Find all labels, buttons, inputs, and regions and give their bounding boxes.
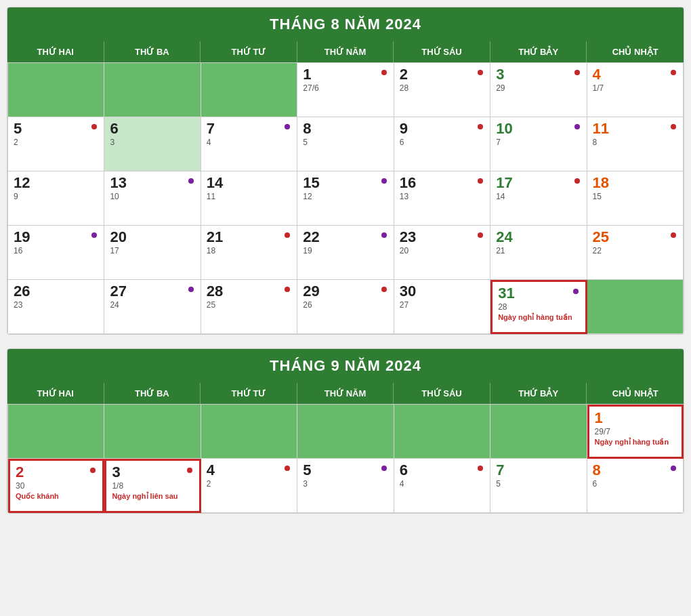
calendar-container: THÁNG 8 NĂM 2024 THỨ HAITHỨ BATHỨ TƯTHỨ … <box>7 7 684 514</box>
lunar-date: 21 <box>496 246 581 255</box>
dot-indicator <box>671 70 676 75</box>
day-cell: 230Quốc khánh <box>8 459 104 513</box>
day-cell: 228 <box>394 63 490 117</box>
lunar-date: 26 <box>303 300 388 310</box>
weekday-label: THỨ NĂM <box>297 383 394 404</box>
day-number: 8 <box>593 463 677 478</box>
lunar-date: 2 <box>207 479 291 489</box>
day-cell: 2926 <box>297 280 394 334</box>
day-number: 25 <box>593 230 677 245</box>
day-number: 24 <box>496 230 581 245</box>
month-september-title: THÁNG 9 NĂM 2024 <box>7 349 684 383</box>
day-cell: 74 <box>201 117 297 171</box>
august-weekdays-header: THỨ HAITHỨ BATHỨ TƯTHỨ NĂMTHỨ SÁUTHỨ BẢY… <box>7 41 684 62</box>
day-cell: 1310 <box>104 171 201 226</box>
day-number: 8 <box>303 121 388 136</box>
day-cell: 2825 <box>201 280 297 334</box>
lunar-date: 28 <box>498 302 579 312</box>
weekday-label: THỨ BA <box>104 383 201 404</box>
lunar-date: 12 <box>303 192 388 201</box>
lunar-date: 3 <box>303 479 388 489</box>
day-cell: 329 <box>490 63 587 117</box>
day-cell: 96 <box>394 117 490 171</box>
day-number: 19 <box>14 230 98 245</box>
day-number: 15 <box>303 176 388 190</box>
lunar-date: 2 <box>14 138 98 147</box>
day-number: 14 <box>207 176 291 190</box>
dot-indicator <box>574 124 580 129</box>
lunar-date: 24 <box>110 300 194 310</box>
day-cell: 2623 <box>8 280 104 334</box>
lunar-date: 17 <box>110 246 194 255</box>
day-number: 13 <box>110 176 194 190</box>
dot-indicator <box>574 178 580 184</box>
lunar-date: 4 <box>207 138 291 147</box>
lunar-date: 10 <box>110 192 194 201</box>
day-cell: 2522 <box>587 226 684 280</box>
month-september-block: THÁNG 9 NĂM 2024 THỨ HAITHỨ BATHỨ TƯTHỨ … <box>7 348 684 514</box>
day-cell: 2118 <box>201 226 297 280</box>
weekday-label: THỨ SÁU <box>394 383 490 404</box>
dot-indicator <box>187 468 192 473</box>
day-number: 6 <box>400 463 484 478</box>
lunar-date: 1/7 <box>593 83 677 93</box>
day-number: 7 <box>207 121 291 136</box>
day-cell: 3027 <box>394 280 490 334</box>
day-number: 23 <box>400 230 484 245</box>
day-number: 5 <box>303 463 388 478</box>
day-cell: 107 <box>490 117 587 171</box>
september-calendar-grid: 129/7Ngày nghỉ hàng tuần230Quốc khánh31/… <box>7 404 684 513</box>
empty-day-cell <box>104 63 201 117</box>
empty-day-cell <box>8 405 104 459</box>
day-cell: 75 <box>490 459 587 513</box>
day-cell: 1411 <box>201 171 297 226</box>
special-label: Ngày nghỉ hàng tuần <box>498 313 579 322</box>
lunar-date: 5 <box>303 138 388 147</box>
day-number: 18 <box>593 176 677 190</box>
dot-indicator <box>573 289 579 294</box>
day-cell: 2421 <box>490 226 587 280</box>
day-cell: 118 <box>587 117 684 171</box>
day-number: 12 <box>14 176 98 190</box>
day-cell: 2320 <box>394 226 490 280</box>
lunar-date: 16 <box>14 246 98 255</box>
special-label: Ngày nghỉ liên sau <box>112 492 193 501</box>
day-cell: 1613 <box>394 171 490 226</box>
day-number: 28 <box>207 284 291 299</box>
day-cell: 31/8Ngày nghỉ liên sau <box>104 459 201 513</box>
lunar-date: 13 <box>400 192 484 201</box>
dot-indicator <box>381 287 387 292</box>
day-number: 7 <box>496 463 581 478</box>
month-august-title: THÁNG 8 NĂM 2024 <box>7 7 684 41</box>
dot-indicator <box>381 466 387 471</box>
weekday-label: THỨ SÁU <box>394 41 490 62</box>
lunar-date: 27 <box>400 300 484 310</box>
day-cell: 129 <box>8 171 104 226</box>
dot-indicator <box>381 178 387 184</box>
day-number: 20 <box>110 230 194 245</box>
august-calendar-grid: 127/622832941/75263748596107118129131014… <box>7 62 684 334</box>
day-cell: 1714 <box>490 171 587 226</box>
day-cell: 2724 <box>104 280 201 334</box>
lunar-date: 23 <box>14 300 98 310</box>
lunar-date: 6 <box>400 138 484 147</box>
dot-indicator <box>381 70 387 75</box>
day-number: 29 <box>303 284 388 299</box>
day-cell: 2017 <box>104 226 201 280</box>
day-cell: 64 <box>394 459 490 513</box>
lunar-date: 7 <box>496 138 581 147</box>
day-number: 2 <box>16 465 97 480</box>
lunar-date: 11 <box>207 192 291 201</box>
lunar-date: 9 <box>14 192 98 201</box>
lunar-date: 1/8 <box>112 481 193 491</box>
dot-indicator <box>381 232 387 238</box>
weekday-label: THỨ NĂM <box>297 41 394 62</box>
day-number: 27 <box>110 284 194 299</box>
day-number: 3 <box>112 465 193 480</box>
dot-indicator <box>671 466 676 471</box>
lunar-date: 30 <box>16 481 97 491</box>
empty-day-cell <box>8 63 104 117</box>
dot-indicator <box>671 124 676 129</box>
weekday-label: THỨ HAI <box>7 41 104 62</box>
empty-day-cell <box>201 63 297 117</box>
